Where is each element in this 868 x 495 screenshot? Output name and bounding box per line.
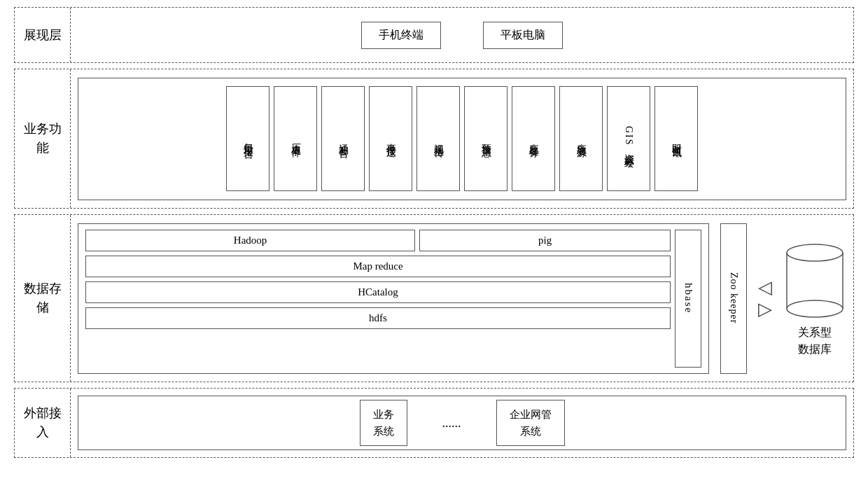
zookeeper-box: Zoo keeper xyxy=(720,223,747,374)
ext-enterprise-system: 企业网管 系统 xyxy=(496,400,565,446)
hadoop-box: Hadoop xyxy=(85,230,415,251)
func-video-upload: 视频上传 xyxy=(416,86,460,191)
mapreduce-box: Map reduce xyxy=(85,256,671,277)
db-cylinder-svg xyxy=(783,239,846,323)
hbase-box: hbase xyxy=(675,230,701,368)
left-arrow-icon: ◁ xyxy=(758,277,772,298)
hbase-col: hbase xyxy=(675,230,701,368)
func-event-report: 事件报送 xyxy=(369,86,412,191)
func-emergency-task: 应急任务 xyxy=(512,86,555,191)
db-arrows: ◁ ▷ xyxy=(758,277,772,320)
storage-layer: 数据存储 Hadoop pig Map reduce xyxy=(14,214,854,382)
external-layer: 外部接入 业务 系统 ...... 企业网管 系统 xyxy=(14,388,854,458)
db-section: 关系型 数据库 xyxy=(783,239,846,358)
tablet-terminal-box: 平板电脑 xyxy=(483,22,563,49)
hcatalog-box: HCatalog xyxy=(85,281,671,303)
business-content: 每日零报告 历史事件 通知公告 事件报送 视频上传 预警信息 应急任务 应急资源… xyxy=(71,69,853,208)
func-gis: GIS资源标绘 xyxy=(607,86,650,191)
pig-box: pig xyxy=(419,230,671,251)
ext-business-system: 业务 系统 xyxy=(360,400,407,446)
external-label: 外部接入 xyxy=(15,389,71,457)
func-warning-info: 预警信息 xyxy=(464,86,507,191)
business-layer: 业务功能 每日零报告 历史事件 通知公告 事件报送 视频上传 预警信息 应急任务… xyxy=(14,69,854,209)
svg-point-1 xyxy=(787,300,843,317)
func-history-event: 历史事件 xyxy=(274,86,317,191)
storage-row1: Hadoop pig xyxy=(85,230,671,251)
storage-stack: Hadoop pig Map reduce HCatalog hdfs xyxy=(85,230,671,368)
business-label: 业务功能 xyxy=(15,69,71,208)
storage-row2: Map reduce xyxy=(85,256,671,277)
ext-dots: ...... xyxy=(442,416,461,431)
func-emergency-resource: 应急资源 xyxy=(559,86,603,191)
external-inner: 业务 系统 ...... 企业网管 系统 xyxy=(78,396,846,450)
storage-content: Hadoop pig Map reduce HCatalog hdfs xyxy=(71,215,853,382)
func-notice: 通知公告 xyxy=(321,86,365,191)
svg-point-2 xyxy=(787,244,843,261)
storage-label: 数据存储 xyxy=(15,215,71,382)
func-daily-report: 每日零报告 xyxy=(226,86,270,191)
external-content: 业务 系统 ...... 企业网管 系统 xyxy=(71,389,853,457)
storage-row3: HCatalog xyxy=(85,281,671,303)
business-inner: 每日零报告 历史事件 通知公告 事件报送 视频上传 预警信息 应急任务 应急资源… xyxy=(78,78,846,200)
storage-inner-box: Hadoop pig Map reduce HCatalog hdfs xyxy=(78,223,709,374)
storage-main: Hadoop pig Map reduce HCatalog hdfs xyxy=(85,230,701,368)
presentation-content: 手机终端 平板电脑 xyxy=(71,8,853,62)
zookeeper-section: Zoo keeper xyxy=(720,223,747,374)
storage-row4: hdfs xyxy=(85,307,671,329)
hdfs-box: hdfs xyxy=(85,307,671,329)
func-instant-comm: 即时通讯 xyxy=(654,86,698,191)
mobile-terminal-box: 手机终端 xyxy=(361,22,441,49)
presentation-label: 展现层 xyxy=(15,8,71,62)
presentation-layer: 展现层 手机终端 平板电脑 xyxy=(14,7,854,63)
right-arrow-icon: ▷ xyxy=(758,298,772,320)
db-label: 关系型 数据库 xyxy=(798,324,832,358)
